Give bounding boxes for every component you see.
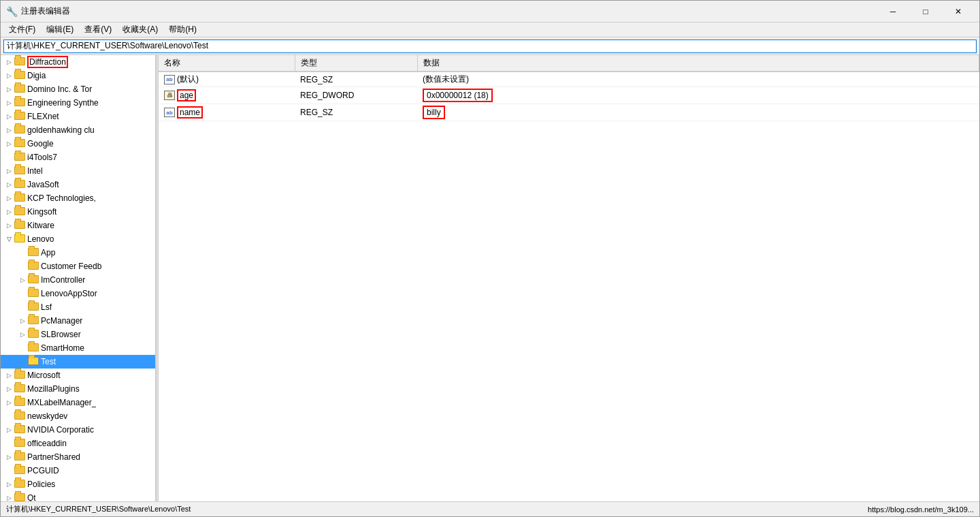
tree-item-digia[interactable]: ▷ Digia bbox=[1, 69, 155, 82]
expand-icon bbox=[17, 302, 28, 313]
tree-item-mxlabelmanager[interactable]: ▷ MXLabelManager_ bbox=[1, 396, 155, 409]
tree-item-domino[interactable]: ▷ Domino Inc. & Tor bbox=[1, 82, 155, 96]
expand-icon: ▷ bbox=[3, 57, 14, 67]
tree-item-label: PcManager bbox=[41, 316, 82, 326]
main-content: ▷ Diffraction ▷ Digia ▷ Domino Inc. & To… bbox=[1, 55, 979, 501]
cell-name: ab name bbox=[159, 104, 295, 121]
tree-item-newskydev[interactable]: newskydev bbox=[1, 409, 155, 423]
status-url: https://blog.csdn.net/m_3k109... bbox=[868, 505, 974, 514]
tree-item-qt[interactable]: ▷ Qt bbox=[1, 491, 155, 501]
tree-item-label: MXLabelManager_ bbox=[27, 398, 96, 407]
tree-item-imcontroller[interactable]: ▷ ImController bbox=[1, 273, 155, 287]
row-name-default: (默认) bbox=[177, 74, 199, 85]
tree-item-javasoft[interactable]: ▷ JavaSoft bbox=[1, 178, 155, 191]
menu-edit[interactable]: 编辑(E) bbox=[41, 22, 79, 37]
menu-help[interactable]: 帮助(H) bbox=[163, 22, 202, 37]
expand-icon: ▷ bbox=[3, 424, 14, 435]
expand-icon: ▷ bbox=[3, 84, 14, 95]
tree-item-label: NVIDIA Corporatic bbox=[27, 425, 94, 435]
expand-icon: ▷ bbox=[3, 452, 14, 463]
tree-item-label: Kitware bbox=[27, 221, 54, 230]
col-data[interactable]: 数据 bbox=[417, 55, 979, 72]
tree-item-engineering[interactable]: ▷ Engineering Synthe bbox=[1, 96, 155, 110]
close-button[interactable]: ✕ bbox=[943, 1, 974, 22]
tree-item-mozillaplugins[interactable]: ▷ MozillaPlugins bbox=[1, 382, 155, 396]
tree-item-label: Diffraction bbox=[27, 56, 68, 68]
folder-icon bbox=[14, 153, 25, 161]
tree-item-officeaddin[interactable]: officeaddin bbox=[1, 437, 155, 450]
folder-icon bbox=[14, 425, 25, 433]
tree-item-goldenhawking[interactable]: ▷ goldenhawking clu bbox=[1, 123, 155, 137]
folder-icon bbox=[14, 371, 25, 379]
tree-item-microsoft[interactable]: ▷ Microsoft bbox=[1, 369, 155, 382]
minimize-button[interactable]: ─ bbox=[877, 1, 909, 22]
tree-item-slbrowser[interactable]: ▷ SLBrowser bbox=[1, 328, 155, 341]
tree-item-lenovoappstore[interactable]: LenovoAppStor bbox=[1, 287, 155, 300]
tree-item-google[interactable]: ▷ Google bbox=[1, 137, 155, 151]
expand-icon bbox=[17, 343, 28, 354]
app-icon: 🔧 bbox=[6, 6, 17, 17]
menu-favorites[interactable]: 收藏夹(A) bbox=[117, 22, 163, 37]
expand-icon: ▷ bbox=[3, 179, 14, 190]
menu-view[interactable]: 查看(V) bbox=[79, 22, 117, 37]
tree-item-nvidia[interactable]: ▷ NVIDIA Corporatic bbox=[1, 423, 155, 437]
expand-icon: ▷ bbox=[3, 138, 14, 149]
tree-item-label: Domino Inc. & Tor bbox=[27, 84, 92, 94]
tree-item-pcmanager[interactable]: ▷ PcManager bbox=[1, 314, 155, 328]
tree-item-label: FLEXnet bbox=[27, 112, 59, 121]
reg-icon-ab: ab bbox=[164, 108, 175, 117]
table-row[interactable]: ab (默认) REG_SZ (数值未设置) bbox=[159, 72, 979, 87]
tree-item-diffraction[interactable]: ▷ Diffraction bbox=[1, 55, 155, 69]
folder-icon bbox=[14, 480, 25, 488]
registry-editor-window: 🔧 注册表编辑器 ─ □ ✕ 文件(F) 编辑(E) 查看(V) 收藏夹(A) … bbox=[0, 0, 980, 517]
address-input[interactable] bbox=[3, 40, 977, 53]
right-panel: 名称 类型 数据 ab (默认) REG_SZ bbox=[159, 55, 979, 501]
tree-item-label: LenovoAppStor bbox=[41, 289, 97, 298]
tree-item-lenovo[interactable]: ▽ Lenovo bbox=[1, 232, 155, 246]
folder-icon bbox=[14, 439, 25, 447]
table-row[interactable]: ab name REG_SZ billy bbox=[159, 104, 979, 121]
tree-item-smarthome[interactable]: SmartHome bbox=[1, 341, 155, 355]
tree-item-i4tools7[interactable]: i4Tools7 bbox=[1, 151, 155, 164]
tree-panel[interactable]: ▷ Diffraction ▷ Digia ▷ Domino Inc. & To… bbox=[1, 55, 156, 501]
tree-item-label: Policies bbox=[27, 480, 55, 489]
tree-item-kcp[interactable]: ▷ KCP Technologies, bbox=[1, 191, 155, 205]
col-type[interactable]: 类型 bbox=[295, 55, 417, 72]
expand-icon bbox=[3, 465, 14, 476]
tree-item-flexnet[interactable]: ▷ FLEXnet bbox=[1, 110, 155, 123]
tree-item-customerfeedback[interactable]: Customer Feedb bbox=[1, 260, 155, 273]
tree-item-pcguid[interactable]: PCGUID bbox=[1, 464, 155, 477]
tree-item-policies[interactable]: ▷ Policies bbox=[1, 477, 155, 491]
tree-item-intel[interactable]: ▷ Intel bbox=[1, 164, 155, 178]
cell-type: REG_SZ bbox=[295, 104, 417, 121]
table-row[interactable]: 品 age REG_DWORD 0x00000012 (18) bbox=[159, 87, 979, 104]
menu-file[interactable]: 文件(F) bbox=[3, 22, 41, 37]
tree-item-label: Intel bbox=[27, 166, 43, 176]
expand-icon: ▷ bbox=[3, 193, 14, 204]
col-name[interactable]: 名称 bbox=[159, 55, 295, 72]
tree-item-lsf[interactable]: Lsf bbox=[1, 300, 155, 314]
reg-icon-dword: 品 bbox=[164, 91, 175, 100]
expand-icon: ▷ bbox=[3, 383, 14, 394]
cell-type: REG_SZ bbox=[295, 72, 417, 87]
tree-item-app[interactable]: App bbox=[1, 246, 155, 260]
row-name-age: age bbox=[177, 89, 196, 101]
folder-icon bbox=[14, 452, 25, 460]
tree-item-label: KCP Technologies, bbox=[27, 193, 96, 203]
expand-icon: ▷ bbox=[3, 166, 14, 176]
expand-icon: ▷ bbox=[3, 206, 14, 217]
tree-item-label: Test bbox=[41, 357, 56, 366]
tree-item-kitware[interactable]: ▷ Kitware bbox=[1, 219, 155, 232]
tree-item-label: MozillaPlugins bbox=[27, 384, 80, 394]
tree-item-partnershared[interactable]: ▷ PartnerShared bbox=[1, 450, 155, 464]
tree-item-label: ImController bbox=[41, 275, 85, 285]
folder-icon bbox=[14, 125, 25, 134]
maximize-button[interactable]: □ bbox=[910, 1, 941, 22]
expand-icon bbox=[17, 356, 28, 367]
expand-icon: ▷ bbox=[3, 125, 14, 136]
tree-item-test[interactable]: Test bbox=[1, 355, 155, 369]
expand-icon: ▷ bbox=[3, 97, 14, 108]
folder-icon bbox=[14, 384, 25, 392]
tree-item-kingsoft[interactable]: ▷ Kingsoft bbox=[1, 205, 155, 219]
tree-item-label: Microsoft bbox=[27, 371, 61, 380]
